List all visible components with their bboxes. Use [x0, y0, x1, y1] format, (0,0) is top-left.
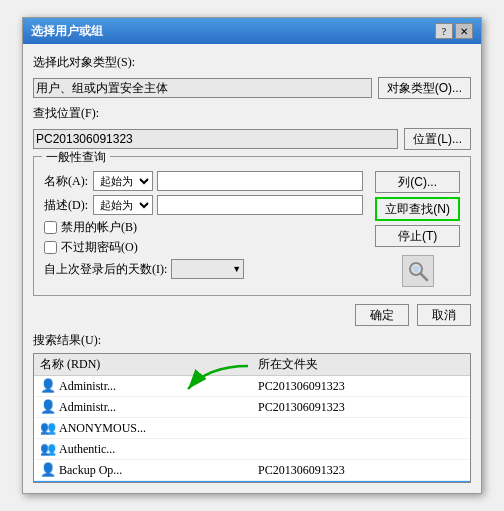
table-header: 名称 (RDN) 所在文件夹 — [34, 354, 470, 376]
desc-input[interactable] — [157, 195, 363, 215]
desc-query-label: 描述(D): — [44, 197, 89, 214]
cell-name: 👤Administr... — [34, 397, 252, 418]
disabled-account-row: 禁用的帐户(B) — [44, 219, 363, 236]
group-content: 名称(A): 起始为 描述(D): 起始为 — [44, 171, 460, 287]
disabled-account-label: 禁用的帐户(B) — [61, 219, 137, 236]
col-name-header: 名称 (RDN) — [34, 354, 252, 376]
group-legend: 一般性查询 — [42, 149, 110, 166]
days-dropdown-arrow[interactable]: ▼ — [232, 264, 243, 274]
location-label-row: 查找位置(F): — [33, 105, 471, 122]
dialog-title: 选择用户或组 — [31, 23, 103, 40]
cell-folder — [252, 439, 470, 460]
name-dropdown[interactable]: 起始为 — [93, 171, 153, 191]
table-row[interactable]: 👤Administr...PC201306091323 — [34, 376, 470, 397]
cell-name: 👥ANONYMOUS... — [34, 418, 252, 439]
cell-name: 👥Authentic... — [34, 439, 252, 460]
cell-name: 👤baidujingyan... — [34, 481, 252, 484]
location-label: 查找位置(F): — [33, 105, 113, 122]
dialog-body: 选择此对象类型(S): 对象类型(O)... 查找位置(F): 位置(L)...… — [23, 44, 481, 493]
close-button[interactable]: ✕ — [455, 23, 473, 39]
results-section: 搜索结果(U): 名称 (RDN) 所在文件夹 👤Administr...PC2… — [33, 332, 471, 483]
svg-point-2 — [413, 266, 419, 272]
days-input[interactable] — [172, 262, 232, 276]
title-controls: ? ✕ — [435, 23, 473, 39]
no-expiry-row: 不过期密码(O) — [44, 239, 363, 256]
table-row[interactable]: 👤Administr...PC201306091323 — [34, 397, 470, 418]
results-table: 名称 (RDN) 所在文件夹 👤Administr...PC2013060913… — [34, 354, 470, 483]
columns-button[interactable]: 列(C)... — [375, 171, 460, 193]
no-expiry-label: 不过期密码(O) — [61, 239, 138, 256]
results-label: 搜索结果(U): — [33, 332, 471, 349]
right-buttons: 列(C)... 立即查找(N) 停止(T) — [375, 171, 460, 287]
cell-folder: PC201306091323 — [252, 460, 470, 481]
object-type-input[interactable] — [33, 78, 372, 98]
name-query-label: 名称(A): — [44, 173, 89, 190]
location-button[interactable]: 位置(L)... — [404, 128, 471, 150]
days-label: 自上次登录后的天数(I): — [44, 261, 167, 278]
cell-name: 👤Backup Op... — [34, 460, 252, 481]
bottom-buttons: 确定 取消 — [33, 304, 471, 326]
select-user-dialog: 选择用户或组 ? ✕ 选择此对象类型(S): 对象类型(O)... 查找位置(F… — [22, 17, 482, 494]
cell-folder — [252, 418, 470, 439]
results-tbody: 👤Administr...PC201306091323👤Administr...… — [34, 376, 470, 484]
location-value-row: 位置(L)... — [33, 128, 471, 150]
search-icon — [402, 255, 434, 287]
disabled-account-checkbox[interactable] — [44, 221, 57, 234]
help-button[interactable]: ? — [435, 23, 453, 39]
ok-button[interactable]: 确定 — [355, 304, 409, 326]
name-input[interactable] — [157, 171, 363, 191]
no-expiry-checkbox[interactable] — [44, 241, 57, 254]
object-type-value-row: 对象类型(O)... — [33, 77, 471, 99]
cancel-button[interactable]: 取消 — [417, 304, 471, 326]
location-input[interactable] — [33, 129, 398, 149]
table-row[interactable]: 👤Backup Op...PC201306091323 — [34, 460, 470, 481]
query-area: 名称(A): 起始为 描述(D): 起始为 — [44, 171, 460, 287]
object-type-row: 选择此对象类型(S): — [33, 54, 471, 71]
cell-folder: PC201306091323 — [252, 376, 470, 397]
object-type-label: 选择此对象类型(S): — [33, 54, 135, 71]
object-type-button[interactable]: 对象类型(O)... — [378, 77, 471, 99]
desc-query-row: 描述(D): 起始为 — [44, 195, 363, 215]
svg-line-1 — [421, 274, 427, 280]
col-folder-header: 所在文件夹 — [252, 354, 470, 376]
cell-name: 👤Administr... — [34, 376, 252, 397]
desc-dropdown[interactable]: 起始为 — [93, 195, 153, 215]
search-now-button[interactable]: 立即查找(N) — [375, 197, 460, 221]
general-query-group: 一般性查询 名称(A): 起始为 描述 — [33, 156, 471, 296]
name-query-row: 名称(A): 起始为 — [44, 171, 363, 191]
cell-folder: PC201306091323 — [252, 397, 470, 418]
cell-folder: PC201306091323 — [252, 481, 470, 484]
stop-button[interactable]: 停止(T) — [375, 225, 460, 247]
table-row[interactable]: 👤baidujingyan...PC201306091323 — [34, 481, 470, 484]
days-row: 自上次登录后的天数(I): ▼ — [44, 259, 363, 279]
table-row[interactable]: 👥Authentic... — [34, 439, 470, 460]
results-table-container[interactable]: 名称 (RDN) 所在文件夹 👤Administr...PC2013060913… — [33, 353, 471, 483]
table-row[interactable]: 👥ANONYMOUS... — [34, 418, 470, 439]
query-left: 名称(A): 起始为 描述(D): 起始为 — [44, 171, 363, 287]
title-bar: 选择用户或组 ? ✕ — [23, 18, 481, 44]
